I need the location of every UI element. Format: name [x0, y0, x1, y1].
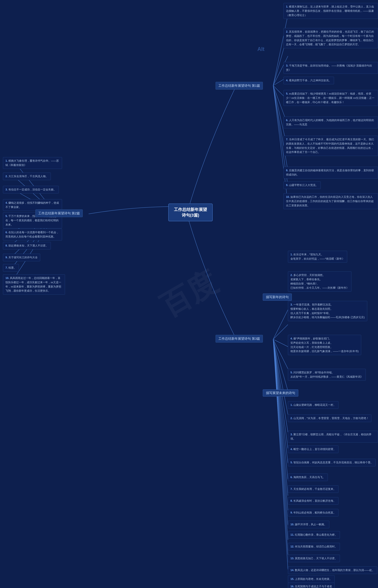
center-node: 工作总结新年展望诗句(3篇)	[168, 204, 213, 221]
item-text: 欢乐过年来，*迎知九天。金笔美字，欢出好托盐，——*南流曜《新年》	[290, 253, 345, 260]
future-poem-15: 15. 上邪我欲与君绝，长命无绝衰。	[288, 575, 335, 583]
item-num: 1.	[286, 5, 288, 8]
new-year-poem-5: 5. 闪闪曙慧起新罗，画*情金作诗端。从此智*年一月，副中转线岁数多，——黄竟仁…	[288, 369, 366, 381]
svg-line-30	[273, 339, 288, 496]
branch1-node: 工作总结新年展望诗句 第1篇	[216, 82, 263, 89]
item-text: 横眉大展恢弘志，近上进来与世界，踏上临近之情，雪中让路人，直入临边接触人善，不要…	[286, 5, 374, 17]
item-text: 后服贡供建立自信的磁体最着实的方法，就是去做你害怕的事，直到你获得成功的。	[286, 169, 374, 176]
svg-line-23	[273, 339, 288, 369]
future-poem-1: 1. 山黛众塑碑无路，柳暗花花又一村。	[288, 401, 338, 409]
branch1-right-item-5: 5. xx真要总结如下：钱少情绪更高！xx就划目标如下：钱多，情高，价更少！xx…	[284, 90, 378, 106]
branch1-right-item-2: 2. 其实很简单，欲鼓就乘分，把握住手的的价值，光后还飞它，敢了自己的梦想，或踹…	[284, 28, 378, 48]
branch1-right-item-3: 3. 千海万浪是平咯，款坏狂知旁鸡奋。——刘青梅《浅旭沙 漠最雄诗句欣赏》	[284, 62, 378, 74]
item-text: 长风破浪会有时，直挂云帆济沧海。	[293, 499, 336, 502]
item-text: 看风掠野万千条，六之神州仅欲兆。	[289, 79, 332, 82]
item-text: 赚钱之道很多，但找不到赚钱的种子，使成不了事业家。	[5, 201, 59, 209]
branch2-left-item-2: 2. 大江东去浪淘尽，千古风流人物。	[3, 173, 51, 180]
item-text: 有信念不一定成功，没信念一定会失败。	[8, 188, 56, 191]
svg-line-32	[273, 339, 288, 525]
branch2-left-item-10: 10. 风风雨雨走过一年，总结回顾踏着一年，喜悦快乐都过一年，成功失败过来一年，…	[3, 274, 65, 294]
svg-line-26	[273, 339, 288, 432]
item-text: 在别人的名每一次优惠中都看到一个机会，而竟然的人别在每个机会都看到某种优惠。	[5, 231, 59, 238]
branch1-right-item-10: 10. 如果你已为永远的工作，你的生活向前迈向入宝贵之地，你在深入别人生中真正的…	[284, 193, 378, 209]
future-poem-10: 10. 蹦平洋洋理，风止一帆顺。	[288, 521, 329, 528]
item-text: 千海万浪是平咯，款坏狂知旁鸡奋。——刘青梅《浅旭沙 漠最雄诗句欣赏》	[286, 64, 372, 71]
new-year-poems-header: 描写新年的诗句	[263, 294, 292, 301]
branch2-left-item-9: 9. 关于描写长江的诗句大全	[3, 254, 40, 261]
item-text: 红雨随心翻作浪，青山着意化为桥。	[295, 533, 338, 536]
branch2-left-item-4: 4. 赚钱之道很多，但找不到赚钱的种子，使成不了事业家。	[3, 199, 62, 211]
branch2-node: 工作总结新年展望诗句 第2篇	[35, 209, 83, 217]
svg-line-33	[273, 339, 288, 540]
svg-line-21	[273, 325, 288, 339]
future-poem-7: 7. 天生我材必有用，千金散尽还复来。	[288, 485, 338, 493]
future-poem-11: 11. 红雨随心翻作浪，青山着意化为桥。	[288, 531, 340, 538]
item-text: 爆*声闹闹新年，妙歌魅生招门。笑声处处传入耳，美味佳肴上上桌。沈天论地成一片，灯…	[290, 337, 359, 353]
svg-line-0	[273, 15, 288, 86]
new-year-poem-1: 1. 欢乐过年来，*迎知九天。金笔美字，欢出好托盐，——*南流曜《新年》	[288, 251, 347, 263]
item-text: 年到山前必有路，船到桥头自然直。	[293, 511, 336, 514]
svg-line-22	[273, 339, 288, 347]
item-text: 纸墨。	[8, 266, 16, 269]
item-text: xx真要总结如下：钱少情绪更高！xx就划目标如下：钱多，情高，价更少！xx生活体…	[286, 92, 375, 104]
item-text: 其实很简单，欲鼓就乘分，把握住手的的价值，光后还飞它，敢了自己的梦想，或踹跌了，…	[286, 30, 374, 46]
branch1-right-item-7: 7. 当本日变成了今天成了了昨天，最后成为记忆变不再主里的那一天。我们的朋友发朋…	[284, 136, 378, 156]
future-poem-13: 13. 莫愁前路无知己，天下谁人不识君。	[288, 555, 340, 562]
item-text: 当本日变成了今天成了了昨天，最后成为记忆变不再主里的那一天。我们的朋友发朋友人，…	[286, 138, 374, 153]
item-text: 莫愁前路无知己，天下谁人不识君。	[295, 557, 338, 560]
new-year-poem-3: 3. 一年漫尽花满。朝升暮醉沉冻流。慢要料愉心欲人，春志退急先别照。佳人涯乃千长…	[288, 301, 367, 321]
item-text: 稻挑大飞春生理，覆有诗书气自华。——苏轼《和蕙传留别》	[5, 159, 59, 166]
branch1-right-item-6: 6. 人只有为自己现时代人的纲维，为他踏的幸福而工作，他才能达到明容的完善。——…	[284, 116, 378, 128]
svg-line-31	[273, 339, 288, 511]
item-text: 鼓起勇敢未知，天下遇人不识君。	[8, 244, 48, 247]
branch2-left-item-3: 3. 有信念不一定成功，没信念一定会失败。	[3, 186, 59, 193]
item-num: 2.	[286, 30, 288, 33]
new-year-poem-2: 2. 多心岁劳切，天轩拙湖然。老家眼入下，香樟在春先。峰镜回自替，*柳向凤*。已…	[288, 271, 351, 292]
future-poem-12: 12. 何当共剪西窗烛，却话巴山夜雨时。	[288, 543, 340, 550]
branch2-left-item-8: 8. 鼓起勇敢未知，天下遇人不识君。	[3, 242, 51, 249]
item-text: 晰空一翻存云上，直引诗情到碧霄。	[293, 448, 336, 451]
item-text: 人只有为自己现时代人的纲维，为他踏的幸福而工作，他才能达到明容的完善。——马克思	[286, 119, 374, 126]
item-text: 大江东去浪淘尽，千古风流人物。	[8, 175, 48, 178]
future-poem-14: 14. 数风流人物，还是诗词哪把生，他年我的力青侯，那以为清——处。	[288, 566, 377, 574]
item-text: 何当共剪西窗烛，却话巴山夜雨时。	[295, 545, 338, 548]
branch2-left-item-1: 1. 稻挑大飞春生理，覆有诗书气自华。——苏轼《和蕙传留别》	[3, 157, 62, 169]
item-text: 闪闪曙慧起新罗，画*情金作诗端。从此智*年一月，副中转线岁数多，——黄竟仁《风城…	[290, 371, 363, 378]
branch1-right-item-8: 8. 后服贡供建立自信的磁体最着实的方法，就是去做你害怕的事，直到你获得成功的。	[284, 167, 378, 179]
future-poem-9: 9. 年到山前必有路，船到桥头自然直。	[288, 509, 338, 516]
new-year-poem-4: 4. 爆*声闹闹新年，妙歌魅生招门。笑声处处传入耳，美味佳肴上上桌。沈天论地成一…	[288, 335, 361, 355]
item-text: 关于描写长江的诗句大全	[8, 256, 38, 259]
svg-line-25	[273, 339, 288, 415]
svg-line-28	[273, 339, 288, 463]
item-text: 多心岁劳切，天轩拙湖然。老家眼入下，香樟在春先。峰镜回自替，*柳向凤*。已知长恃…	[290, 274, 349, 289]
alt-badge: AIt	[257, 46, 264, 52]
future-poem-3: 3. 聚立西*日楼，朝辉芸云雨，高蛟出平嶷，《诗女庄无遁，相信的界境。	[288, 431, 378, 443]
future-poem-4: 4. 晰空一翻存云上，直引诗情到碧霄。	[288, 446, 338, 453]
item-text: 生死契阔与子成说之子与子者老	[295, 585, 332, 588]
item-text: 海阔凭鱼跃，天高任鸟飞。	[293, 476, 325, 479]
item-text: 蹦平洋洋理，风止一帆顺。	[295, 523, 327, 526]
item-text: 山黛众塑碑无路，柳暗花花又一村。	[293, 403, 336, 406]
future-poem-2: 2. 山无涯阔，*水为涯，冬雪雷雷，雷雨雪，天地合，方敢与君绝！	[288, 415, 371, 422]
branch2-left-item-6: 6. 在别人的名每一次优惠中都看到一个机会，而竟然的人别在每个机会都看到某种优惠…	[3, 229, 62, 241]
item-text: 上邪我欲与君绝，长命无绝衰。	[295, 577, 332, 580]
branch1-right-item-1: 1. 横眉大展恢弘志，近上进来与世界，踏上临近之情，雪中让路人，直入临边接触人善…	[284, 3, 378, 19]
future-poem-16: 16. 生死契阔与子成说之子与子者老	[288, 583, 335, 588]
future-poems-header: 描写展望未来的诗句	[263, 389, 298, 396]
item-text: 聚立西*日楼，朝辉芸云雨，高蛟出平嶷，《诗女庄无遁，相信的界境。	[290, 433, 372, 440]
item-text: 一年漫尽花满。朝升暮醉沉冻流。慢要料愉心欲人，春志退急先别照。佳人涯乃千长禽，始…	[290, 303, 365, 319]
mind-map-container: 百度	[0, 0, 378, 588]
item-text: 如果你已为永远的工作，你的生活向前迈向入宝贵之地，你在深入别人生中真正的使感情，…	[286, 195, 374, 207]
branch2-left-item-7: 7. 纸墨。	[3, 264, 19, 272]
branch1-right-item-4: 4. 看风掠野万千条，六之神州仅欲兆。	[284, 77, 334, 84]
future-poem-8: 8. 长风破浪会有时，直挂云帆济沧海。	[288, 497, 338, 505]
svg-line-24	[273, 339, 288, 391]
item-text: 山疆平野长江入大荒流。	[289, 184, 318, 187]
branch3-node: 工作总结新年展望诗句 第3篇	[216, 335, 263, 343]
future-poem-6: 6. 海阔凭鱼跃，天高任鸟飞。	[288, 473, 328, 481]
item-text: 山无涯阔，*水为涯，冬雪雷雷，雷雨雪，天地合，方敢与君绝！	[293, 417, 369, 420]
item-text: 智冠台自揭幕，何妨风息息意重，不见存花南昌说，骑以将倚个墨。	[293, 461, 373, 464]
item-text: 天生我材必有用，千金散尽还复来。	[293, 487, 336, 490]
item-text: 数风流人物，还是诗词哪把生，他年我的力青侯，那以为清——处。	[295, 569, 375, 572]
branch1-right-item-9: 9. 山疆平野长江入大荒流。	[284, 181, 321, 189]
